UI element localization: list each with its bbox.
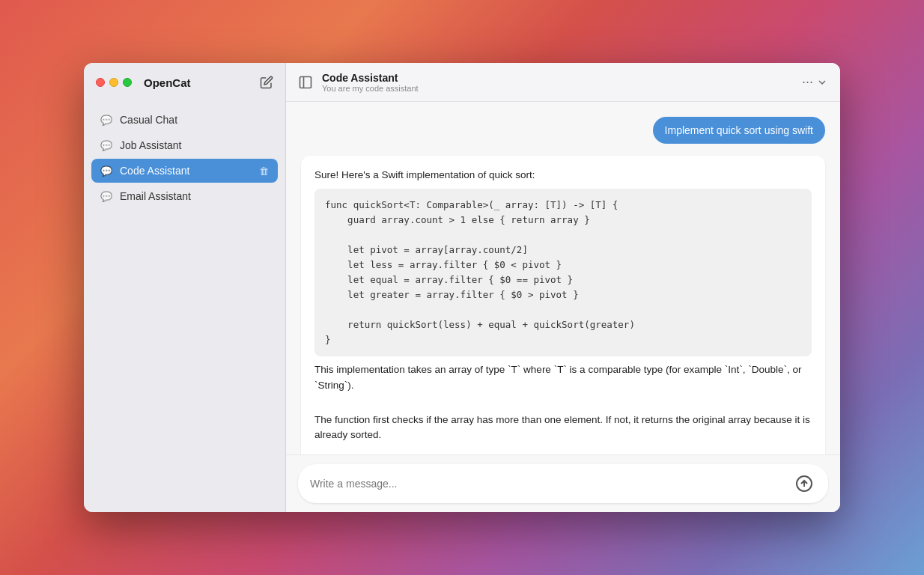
delete-chat-button[interactable]: 🗑 [259,165,269,177]
sidebar-item-label: Code Assistant [120,165,189,177]
chat-icon: 💬 [100,115,112,126]
assistant-name: Code Assistant [322,72,419,84]
message-input[interactable] [310,478,785,490]
more-options-button[interactable]: ··· [802,74,828,90]
assistant-message: Sure! Here's a Swift implementation of q… [301,156,825,454]
sidebar-item-casual-chat[interactable]: 💬 Casual Chat [91,108,278,132]
close-button[interactable] [96,78,105,87]
header-actions: ··· [802,74,828,90]
minimize-button[interactable] [109,78,118,87]
code-block: func quickSort<T: Comparable>(_ array: [… [314,189,812,356]
input-wrapper [298,464,828,503]
more-dots-icon: ··· [802,74,813,90]
app-title: OpenCat [144,76,191,89]
assistant-intro: Sure! Here's a Swift implementation of q… [314,168,812,183]
new-chat-button[interactable] [260,76,273,89]
sidebar-item-code-assistant[interactable]: 💬 Code Assistant 🗑 [91,159,278,183]
chat-icon: 💬 [100,191,112,202]
assistant-subtitle: You are my code assistant [322,84,419,93]
sidebar-item-label: Casual Chat [120,114,177,126]
explanation-2: The function first checks if the array h… [314,413,812,443]
svg-rect-0 [300,76,311,88]
user-message: Implement quick sort using swift [653,117,825,144]
sidebar-item-label: Job Assistant [120,139,182,151]
chat-icon: 💬 [100,140,112,151]
traffic-lights [96,78,132,87]
sidebar-item-label: Email Assistant [120,190,191,202]
input-area [286,454,840,512]
assistant-info: Code Assistant You are my code assistant [322,72,419,93]
main-titlebar: Code Assistant You are my code assistant… [286,63,840,102]
sidebar: OpenCat 💬 Casual Chat 💬 Job Assistant 💬 … [84,63,286,512]
main-content: Code Assistant You are my code assistant… [286,63,840,512]
send-button[interactable] [792,472,816,496]
sidebar-toggle-button[interactable] [298,75,313,90]
explanation-1: This implementation takes an array of ty… [314,362,812,393]
chat-icon: 💬 [100,165,112,177]
sidebar-titlebar: OpenCat [84,63,285,102]
sidebar-list: 💬 Casual Chat 💬 Job Assistant 💬 Code Ass… [84,102,285,214]
app-window: OpenCat 💬 Casual Chat 💬 Job Assistant 💬 … [84,63,840,512]
user-message-wrapper: Implement quick sort using swift [301,117,825,144]
sidebar-item-email-assistant[interactable]: 💬 Email Assistant [91,184,278,208]
messages-area[interactable]: Implement quick sort using swift Sure! H… [286,102,840,454]
sidebar-item-job-assistant[interactable]: 💬 Job Assistant [91,133,278,157]
maximize-button[interactable] [123,78,132,87]
